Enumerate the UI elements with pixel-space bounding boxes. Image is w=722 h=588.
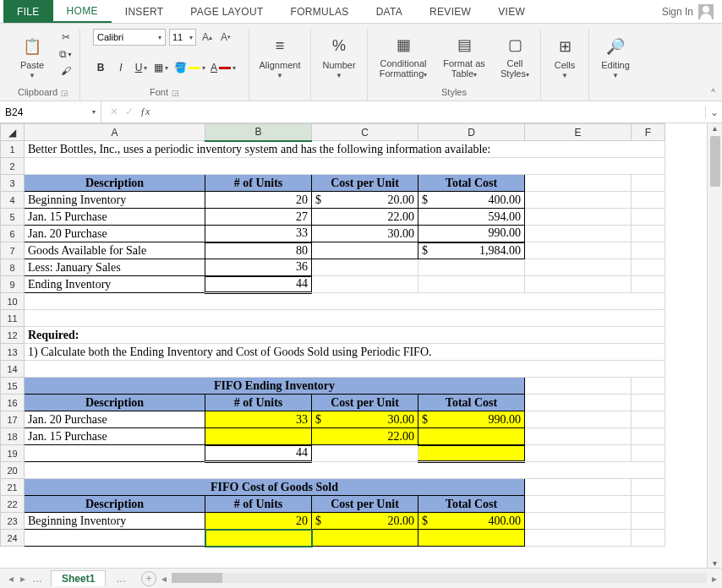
tab-data[interactable]: DATA [363, 0, 416, 23]
col-header-E[interactable]: E [525, 124, 632, 141]
scroll-left-icon[interactable]: ◂ [161, 573, 167, 585]
collapse-ribbon-button[interactable]: ^ [711, 88, 715, 97]
decrease-font-button[interactable]: A▾ [218, 29, 233, 46]
group-styles: ▦ ConditionalFormatting▾ ▤ Format asTabl… [368, 29, 541, 101]
col-header-C[interactable]: C [312, 124, 418, 141]
sign-in-label: Sign In [662, 6, 693, 18]
sign-in[interactable]: Sign In [662, 0, 722, 23]
italic-button[interactable]: I [113, 59, 129, 76]
font-name-dropdown[interactable]: Calibri ▾ [93, 29, 166, 46]
enter-formula-button[interactable]: ✓ [125, 106, 134, 118]
tab-file[interactable]: FILE [3, 0, 53, 23]
new-sheet-button[interactable]: ＋ [141, 571, 156, 586]
number-button[interactable]: % Number ▼ [316, 29, 362, 79]
cell-styles-button[interactable]: ▢ CellStyles▾ [495, 29, 535, 79]
chevron-down-icon: ▼ [276, 72, 283, 79]
name-box[interactable]: B24 ▾ [0, 101, 101, 122]
chevron-down-icon: ▾ [189, 34, 193, 41]
group-label-font: Font◲ [150, 85, 179, 101]
cell-styles-icon: ▢ [503, 33, 527, 57]
tab-view[interactable]: VIEW [484, 0, 539, 23]
chevron-down-icon: ▾ [92, 108, 96, 116]
insert-function-button[interactable]: ƒx [140, 106, 150, 118]
clipboard-icon: 📋 [20, 35, 44, 58]
tab-nav-prev[interactable]: ◂ [8, 573, 14, 585]
number-label: Number [322, 60, 355, 70]
alignment-label: Alignment [260, 60, 301, 70]
editing-label: Editing [601, 60, 630, 70]
font-name-value: Calibri [97, 32, 123, 42]
paste-button[interactable]: 📋 Paste ▼ [12, 29, 52, 79]
cells-label: Cells [555, 60, 575, 70]
sheet-tab-more[interactable]: … [106, 571, 136, 586]
chevron-down-icon: ▼ [336, 72, 342, 79]
group-label-styles: Styles [441, 85, 467, 101]
table-icon: ▤ [452, 33, 476, 57]
copy-button[interactable]: ⧉▼ [57, 47, 74, 61]
bold-button[interactable]: B [93, 59, 108, 76]
scroll-right-icon[interactable]: ▸ [712, 573, 717, 585]
align-icon: ≡ [268, 35, 292, 58]
horizontal-scrollbar[interactable]: ◂ ▸ [156, 573, 722, 585]
underline-button[interactable]: U▾ [134, 59, 149, 76]
cells-icon: ⊞ [553, 35, 577, 58]
borders-button[interactable]: ▦▾ [154, 59, 169, 76]
cancel-formula-button[interactable]: ✕ [110, 106, 118, 118]
cell[interactable]: Better Bottles, Inc., uses a periodic in… [25, 141, 665, 158]
active-cell[interactable] [205, 530, 312, 547]
tab-home[interactable]: HOME [53, 0, 112, 23]
spreadsheet-grid[interactable]: ◢ A B C D E F 1 Better Bottles, Inc., us… [0, 123, 665, 547]
col-header-A[interactable]: A [25, 124, 205, 141]
tab-nav-more[interactable]: … [32, 573, 42, 585]
conditional-formatting-label: ConditionalFormatting▾ [380, 58, 428, 79]
col-header-F[interactable]: F [632, 124, 665, 141]
font-color-button[interactable]: A▾ [211, 59, 236, 76]
format-painter-button[interactable]: 🖌 [57, 64, 74, 78]
format-as-table-label: Format asTable▾ [443, 58, 485, 79]
paste-label: Paste [20, 60, 44, 70]
row-header[interactable]: 1 [1, 141, 25, 158]
cut-button[interactable]: ✂ [57, 30, 74, 44]
conditional-formatting-button[interactable]: ▦ ConditionalFormatting▾ [373, 29, 434, 79]
name-box-value: B24 [5, 106, 23, 118]
font-size-dropdown[interactable]: 11 ▾ [169, 29, 196, 46]
percent-icon: % [327, 35, 351, 58]
expand-formula-bar-button[interactable]: ⌄ [705, 106, 722, 118]
vertical-scrollbar[interactable]: ▴ ▾ [707, 123, 722, 568]
tab-insert[interactable]: INSERT [112, 0, 178, 23]
col-header-D[interactable]: D [418, 124, 525, 141]
select-all-corner[interactable]: ◢ [1, 124, 25, 141]
tab-nav-next[interactable]: ▸ [20, 573, 25, 585]
group-editing: 🔎 Editing ▼ [589, 29, 642, 101]
formula-bar: B24 ▾ ✕ ✓ ƒx ⌄ [0, 101, 722, 123]
formula-input[interactable] [158, 101, 705, 122]
dialog-launcher-icon[interactable]: ◲ [61, 89, 68, 97]
chevron-down-icon: ▼ [612, 72, 619, 79]
fill-color-button[interactable]: 🪣▾ [174, 59, 205, 76]
cells-button[interactable]: ⊞ Cells ▼ [546, 29, 583, 79]
tab-formulas[interactable]: FORMULAS [277, 0, 363, 23]
ribbon: 📋 Paste ▼ ✂ ⧉▼ 🖌 Clipboard◲ Calibri ▾ [0, 24, 722, 101]
hscroll-thumb[interactable] [172, 573, 222, 583]
font-size-value: 11 [172, 32, 183, 42]
format-as-table-button[interactable]: ▤ Format asTable▾ [439, 29, 490, 79]
conditional-formatting-icon: ▦ [391, 33, 415, 57]
col-header-B[interactable]: B [205, 124, 312, 141]
binoculars-icon: 🔎 [604, 35, 627, 58]
group-label-clipboard: Clipboard◲ [18, 85, 68, 101]
tab-review[interactable]: REVIEW [416, 0, 484, 23]
group-clipboard: 📋 Paste ▼ ✂ ⧉▼ 🖌 Clipboard◲ [7, 29, 80, 101]
scroll-down-icon[interactable]: ▾ [713, 558, 717, 568]
group-alignment: ≡ Alignment ▼ [249, 29, 311, 101]
scrollbar-thumb[interactable] [710, 136, 720, 187]
dialog-launcher-icon[interactable]: ◲ [172, 89, 179, 97]
ribbon-tab-strip: FILE HOME INSERT PAGE LAYOUT FORMULAS DA… [0, 0, 722, 24]
scroll-up-icon[interactable]: ▴ [713, 123, 717, 133]
increase-font-button[interactable]: A▴ [200, 29, 215, 46]
tab-page-layout[interactable]: PAGE LAYOUT [177, 0, 276, 23]
group-cells: ⊞ Cells ▼ [541, 29, 589, 101]
alignment-button[interactable]: ≡ Alignment ▼ [254, 29, 305, 79]
editing-button[interactable]: 🔎 Editing ▼ [594, 29, 637, 79]
chevron-down-icon: ▼ [29, 72, 36, 79]
sheet-tab-active[interactable]: Sheet1 [51, 570, 106, 586]
